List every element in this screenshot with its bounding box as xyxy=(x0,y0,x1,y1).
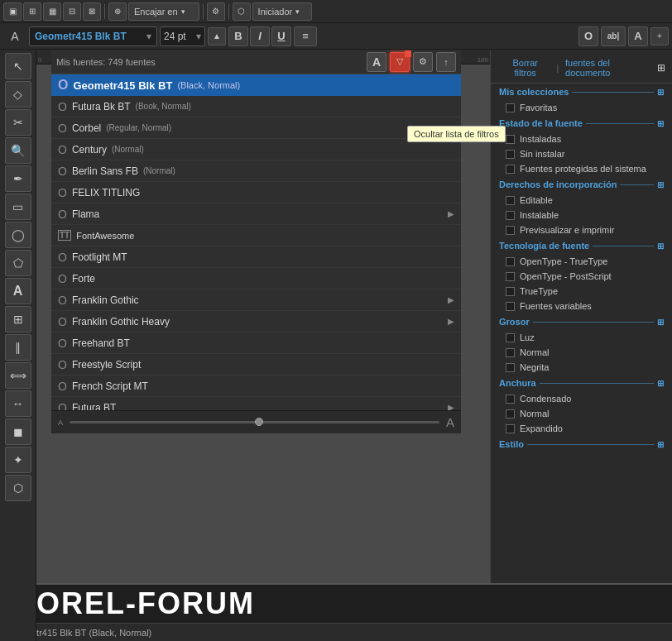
toolbar-icon-1[interactable]: ▣ xyxy=(3,2,22,21)
italic-btn[interactable]: I xyxy=(250,26,270,46)
filter-pin-icon[interactable]: ⊞ xyxy=(657,440,664,449)
parallel-tool[interactable]: ∥ xyxy=(5,334,31,361)
font-settings-small-btn[interactable]: ⚙ xyxy=(413,52,433,72)
filter-option[interactable]: TrueType xyxy=(491,284,672,299)
filter-checkbox[interactable] xyxy=(506,348,515,357)
transparency-tool[interactable]: ⬡ xyxy=(5,475,31,501)
font-list-item[interactable]: O Flama ▶ xyxy=(51,203,461,225)
filter-option[interactable]: Normal xyxy=(491,345,672,360)
filter-option[interactable]: OpenType - TrueType xyxy=(491,254,672,269)
font-size-small-btn[interactable]: A xyxy=(367,52,386,72)
node-tool[interactable]: ◇ xyxy=(5,81,31,108)
crop-tool[interactable]: ✂ xyxy=(5,109,31,136)
settings-btn[interactable]: ⚙ xyxy=(207,2,225,21)
font-list-item[interactable]: O Freestyle Script xyxy=(51,354,461,376)
font-settings-btn[interactable]: A xyxy=(628,26,648,46)
filter-option[interactable]: OpenType - PostScript xyxy=(491,269,672,284)
text-tool[interactable]: A xyxy=(5,278,31,304)
filter-option[interactable]: Previsualizar e imprimir xyxy=(491,222,672,237)
font-up-btn[interactable]: ▲ xyxy=(208,27,226,45)
toolbar-icon-3[interactable]: ▦ xyxy=(43,2,61,21)
font-list-item[interactable]: O Futura Bk BT (Book, Normal) xyxy=(51,96,461,117)
font-list-item[interactable]: O FELIX TITLING xyxy=(51,182,461,203)
rect-tool[interactable]: ▭ xyxy=(5,194,31,220)
select-tool[interactable]: ↖ xyxy=(5,53,31,79)
filter-pin-icon[interactable]: ⊞ xyxy=(657,88,664,97)
filter-checkbox[interactable] xyxy=(506,363,515,372)
filter-option[interactable]: Favoritas xyxy=(491,100,672,115)
font-list-item[interactable]: O Futura BT ▶ xyxy=(51,397,461,410)
filter-checkbox[interactable] xyxy=(506,103,515,112)
filter-checkbox[interactable] xyxy=(506,409,515,419)
filter-checkbox[interactable] xyxy=(506,272,515,281)
filter-checkbox[interactable] xyxy=(506,333,515,342)
eyedropper-tool[interactable]: ✦ xyxy=(5,447,31,473)
bold-btn[interactable]: B xyxy=(228,26,248,46)
filter-checkbox[interactable] xyxy=(506,135,515,144)
filter-option[interactable]: Fuentes variables xyxy=(491,299,672,313)
filter-option[interactable]: Negrita xyxy=(491,360,672,375)
table-tool[interactable]: ⊞ xyxy=(5,306,31,332)
fill-tool[interactable]: ◼ xyxy=(5,419,31,445)
filter-checkbox[interactable] xyxy=(506,211,515,220)
filter-pin-icon[interactable]: ⊞ xyxy=(657,180,664,189)
ellipse-tool[interactable]: ◯ xyxy=(5,222,31,248)
filter-option[interactable]: Normal xyxy=(491,406,672,421)
encajar-dropdown[interactable]: Encajar en ▾ xyxy=(128,2,199,21)
filter-option[interactable]: Expandido xyxy=(491,421,672,436)
font-add-btn[interactable]: ↑ xyxy=(436,52,456,72)
measure-tool[interactable]: ⟺ xyxy=(5,362,31,389)
connector-tool[interactable]: ↔ xyxy=(5,390,31,417)
filter-option[interactable]: Instaladas xyxy=(491,132,672,146)
zoom-tool[interactable]: 🔍 xyxy=(5,137,31,164)
script-btn[interactable]: O xyxy=(578,26,598,46)
font-list-item[interactable]: O Corbel (Regular, Normal) xyxy=(51,117,461,139)
scale-thumb[interactable] xyxy=(255,418,263,426)
filter-pin-icon[interactable]: ⊞ xyxy=(657,379,664,388)
fuentes-doc-link[interactable]: fuentes del documento xyxy=(562,56,654,79)
font-plus-btn[interactable]: + xyxy=(650,27,669,45)
filter-option[interactable]: Luz xyxy=(491,330,672,345)
filter-panel-pin[interactable]: ⊞ xyxy=(657,62,665,74)
iniciador-btn[interactable]: Iniciador ▾ xyxy=(252,2,313,21)
scale-slider[interactable] xyxy=(70,421,439,423)
filter-pin-icon[interactable]: ⊞ xyxy=(657,318,664,327)
font-list-item[interactable]: O Franklin Gothic ▶ xyxy=(51,289,461,311)
filter-option[interactable]: Sin instalar xyxy=(491,146,672,161)
filter-checkbox[interactable] xyxy=(506,196,515,205)
filter-option[interactable]: Fuentes protegidas del sistema xyxy=(491,161,672,176)
filter-checkbox[interactable] xyxy=(506,257,515,266)
filter-option[interactable]: Editable xyxy=(491,193,672,208)
filter-option[interactable]: Condensado xyxy=(491,391,672,406)
filter-checkbox[interactable] xyxy=(506,150,515,159)
font-list[interactable]: O Futura Bk BT (Book, Normal) O Corbel (… xyxy=(51,96,461,410)
align-btn[interactable]: ≡ xyxy=(294,26,317,46)
iniciador-icon[interactable]: ⬡ xyxy=(233,2,251,21)
toolbar-icon-5[interactable]: ⊠ xyxy=(83,2,101,21)
font-list-item[interactable]: O French Script MT xyxy=(51,376,461,397)
toolbar-icon-arr[interactable]: ⊕ xyxy=(108,2,127,21)
filter-checkbox[interactable] xyxy=(506,287,515,296)
font-name-box[interactable]: Geometr415 Blk BT ▾ xyxy=(29,26,157,46)
toolbar-icon-4[interactable]: ⊟ xyxy=(63,2,81,21)
font-list-item[interactable]: TT FontAwesome xyxy=(51,225,461,246)
aa-btn[interactable]: ab| xyxy=(601,26,626,46)
filter-checkbox[interactable] xyxy=(506,424,515,433)
filter-option[interactable]: Instalable xyxy=(491,208,672,222)
filter-active-btn[interactable]: ▽ xyxy=(390,52,410,72)
font-list-item[interactable]: O Franklin Gothic Heavy ▶ xyxy=(51,311,461,332)
filter-checkbox[interactable] xyxy=(506,302,515,311)
filter-pin-icon[interactable]: ⊞ xyxy=(657,242,664,251)
text-tool-icon[interactable]: A xyxy=(3,26,26,47)
selected-font-item[interactable]: O Geometr415 Blk BT (Black, Normal) xyxy=(51,74,461,96)
filter-checkbox[interactable] xyxy=(506,165,515,174)
underline-btn[interactable]: U xyxy=(271,26,291,46)
poly-tool[interactable]: ⬠ xyxy=(5,250,31,276)
toolbar-icon-2[interactable]: ⊞ xyxy=(23,2,41,21)
font-list-item[interactable]: O Berlin Sans FB (Normal) xyxy=(51,160,461,182)
font-list-item[interactable]: O Century (Normal) xyxy=(51,139,461,160)
font-list-item[interactable]: O Forte xyxy=(51,268,461,289)
font-list-item[interactable]: O Freehand BT xyxy=(51,332,461,354)
font-list-item[interactable]: O Footlight MT xyxy=(51,246,461,268)
curve-tool[interactable]: ✒ xyxy=(5,165,31,192)
